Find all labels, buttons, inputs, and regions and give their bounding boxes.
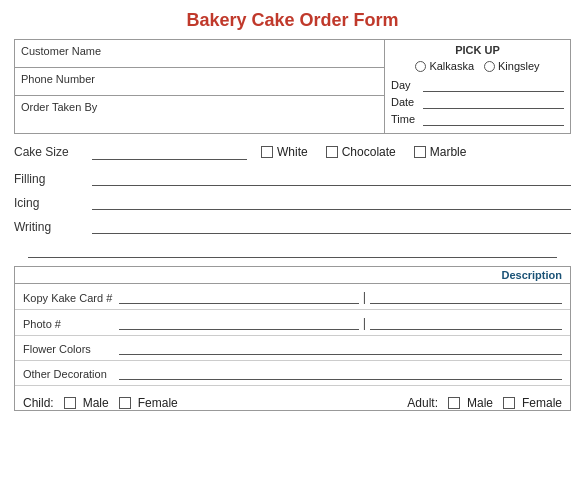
day-input[interactable] — [423, 78, 564, 92]
white-option[interactable]: White — [261, 145, 308, 159]
order-taken-row: Order Taken By — [15, 96, 384, 124]
writing-extra-input[interactable] — [28, 242, 557, 258]
top-right-pickup: PICK UP Kalkaska Kingsley Day Date — [385, 40, 570, 133]
writing-label: Writing — [14, 220, 84, 234]
day-field-row: Day — [391, 78, 564, 92]
cake-size-input[interactable] — [92, 144, 247, 160]
flower-colors-label: Flower Colors — [23, 343, 113, 355]
cake-type-checkboxes: White Chocolate Marble — [261, 145, 466, 159]
adult-male-option[interactable]: Male — [448, 396, 493, 410]
child-male-option[interactable]: Male — [64, 396, 109, 410]
cake-size-row: Cake Size White Chocolate Marble — [14, 144, 571, 160]
child-female-label: Female — [138, 396, 178, 410]
form-title: Bakery Cake Order Form — [14, 10, 571, 31]
writing-row: Writing — [14, 218, 571, 234]
icing-row: Icing — [14, 194, 571, 210]
icing-label: Icing — [14, 196, 84, 210]
other-deco-label: Other Decoration — [23, 368, 113, 380]
adult-label: Adult: — [407, 396, 438, 410]
kalkaska-radio[interactable] — [415, 61, 426, 72]
kalkaska-option[interactable]: Kalkaska — [415, 60, 474, 72]
time-input[interactable] — [423, 112, 564, 126]
adult-female-option[interactable]: Female — [503, 396, 562, 410]
date-field-row: Date — [391, 95, 564, 109]
kopy-kake-label: Kopy Kake Card # — [23, 292, 113, 304]
phone-number-row: Phone Number — [15, 68, 384, 96]
pickup-locations: Kalkaska Kingsley — [391, 60, 564, 72]
other-deco-row: Other Decoration — [15, 361, 570, 386]
time-label: Time — [391, 113, 423, 125]
chocolate-checkbox[interactable] — [326, 146, 338, 158]
date-label: Date — [391, 96, 423, 108]
top-section: Customer Name Phone Number Order Taken B… — [14, 39, 571, 134]
photo-input-left[interactable] — [119, 316, 359, 330]
kopy-kake-input-right[interactable] — [370, 290, 562, 304]
child-label: Child: — [23, 396, 54, 410]
date-input[interactable] — [423, 95, 564, 109]
flower-colors-input[interactable] — [119, 341, 562, 355]
photo-divider: | — [363, 315, 366, 330]
kingsley-radio[interactable] — [484, 61, 495, 72]
kingsley-option[interactable]: Kingsley — [484, 60, 540, 72]
kalkaska-label: Kalkaska — [429, 60, 474, 72]
flower-colors-row: Flower Colors — [15, 336, 570, 361]
child-female-option[interactable]: Female — [119, 396, 178, 410]
white-label: White — [277, 145, 308, 159]
adult-female-label: Female — [522, 396, 562, 410]
order-taken-label: Order Taken By — [21, 101, 97, 113]
photo-label: Photo # — [23, 318, 113, 330]
icing-input[interactable] — [92, 194, 571, 210]
kopy-kake-input-left[interactable] — [119, 290, 359, 304]
kopy-kake-row: Kopy Kake Card # | — [15, 284, 570, 310]
child-female-checkbox[interactable] — [119, 397, 131, 409]
phone-number-label: Phone Number — [21, 73, 95, 85]
marble-checkbox[interactable] — [414, 146, 426, 158]
marble-option[interactable]: Marble — [414, 145, 467, 159]
photo-row: Photo # | — [15, 310, 570, 336]
top-left-fields: Customer Name Phone Number Order Taken B… — [15, 40, 385, 133]
child-male-label: Male — [83, 396, 109, 410]
photo-input-right[interactable] — [370, 316, 562, 330]
white-checkbox[interactable] — [261, 146, 273, 158]
kopy-divider: | — [363, 289, 366, 304]
child-male-checkbox[interactable] — [64, 397, 76, 409]
other-deco-input[interactable] — [119, 366, 562, 380]
customer-name-row: Customer Name — [15, 40, 384, 68]
filling-row: Filling — [14, 170, 571, 186]
description-header: Description — [15, 267, 570, 284]
writing-input[interactable] — [92, 218, 571, 234]
adult-male-checkbox[interactable] — [448, 397, 460, 409]
marble-label: Marble — [430, 145, 467, 159]
chocolate-label: Chocolate — [342, 145, 396, 159]
filling-label: Filling — [14, 172, 84, 186]
adult-male-label: Male — [467, 396, 493, 410]
day-label: Day — [391, 79, 423, 91]
cake-size-label: Cake Size — [14, 145, 84, 159]
kingsley-label: Kingsley — [498, 60, 540, 72]
bottom-checkbox-row: Child: Male Female Adult: Male Female — [15, 390, 570, 410]
customer-name-label: Customer Name — [21, 45, 101, 57]
filling-input[interactable] — [92, 170, 571, 186]
chocolate-option[interactable]: Chocolate — [326, 145, 396, 159]
description-section: Description Kopy Kake Card # | Photo # |… — [14, 266, 571, 411]
pickup-title: PICK UP — [391, 44, 564, 56]
time-field-row: Time — [391, 112, 564, 126]
adult-female-checkbox[interactable] — [503, 397, 515, 409]
